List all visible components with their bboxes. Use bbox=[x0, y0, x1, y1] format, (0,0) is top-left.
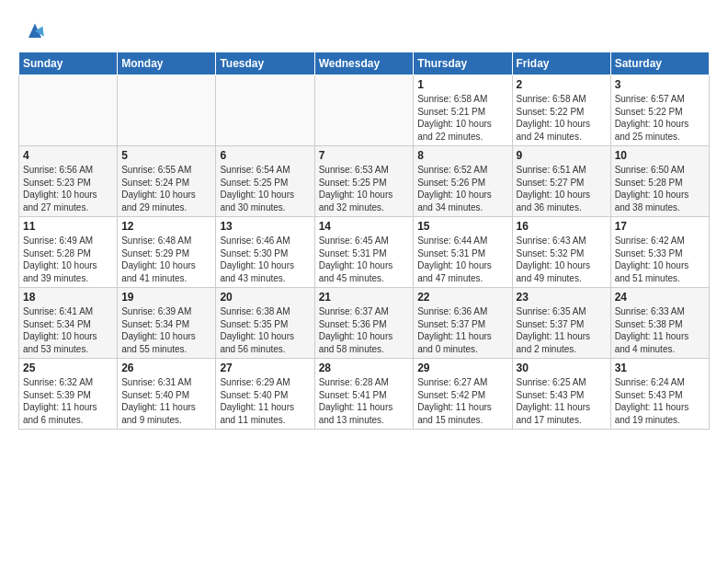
day-cell: 12Sunrise: 6:48 AM Sunset: 5:29 PM Dayli… bbox=[118, 217, 216, 288]
day-cell bbox=[19, 75, 118, 146]
day-cell: 23Sunrise: 6:35 AM Sunset: 5:37 PM Dayli… bbox=[512, 288, 610, 359]
day-number: 10 bbox=[615, 149, 705, 162]
day-cell: 16Sunrise: 6:43 AM Sunset: 5:32 PM Dayli… bbox=[512, 217, 610, 288]
header-wednesday: Wednesday bbox=[314, 52, 414, 75]
logo-icon bbox=[22, 18, 48, 44]
day-cell: 7Sunrise: 6:53 AM Sunset: 5:25 PM Daylig… bbox=[314, 146, 414, 217]
day-info: Sunrise: 6:37 AM Sunset: 5:36 PM Dayligh… bbox=[319, 305, 410, 355]
day-info: Sunrise: 6:41 AM Sunset: 5:34 PM Dayligh… bbox=[23, 305, 113, 355]
day-cell: 15Sunrise: 6:44 AM Sunset: 5:31 PM Dayli… bbox=[414, 217, 512, 288]
day-number: 1 bbox=[417, 78, 507, 91]
day-number: 4 bbox=[23, 149, 113, 162]
day-info: Sunrise: 6:50 AM Sunset: 5:28 PM Dayligh… bbox=[615, 164, 705, 213]
day-cell: 17Sunrise: 6:42 AM Sunset: 5:33 PM Dayli… bbox=[610, 217, 709, 288]
day-info: Sunrise: 6:44 AM Sunset: 5:31 PM Dayligh… bbox=[417, 235, 507, 284]
day-number: 26 bbox=[121, 362, 211, 374]
day-info: Sunrise: 6:43 AM Sunset: 5:32 PM Dayligh… bbox=[517, 235, 607, 284]
day-info: Sunrise: 6:38 AM Sunset: 5:35 PM Dayligh… bbox=[220, 305, 310, 355]
day-info: Sunrise: 6:58 AM Sunset: 5:22 PM Dayligh… bbox=[517, 93, 607, 143]
day-cell: 24Sunrise: 6:33 AM Sunset: 5:38 PM Dayli… bbox=[610, 288, 709, 359]
day-info: Sunrise: 6:29 AM Sunset: 5:40 PM Dayligh… bbox=[220, 376, 310, 426]
day-info: Sunrise: 6:31 AM Sunset: 5:40 PM Dayligh… bbox=[121, 376, 211, 426]
day-cell: 9Sunrise: 6:51 AM Sunset: 5:27 PM Daylig… bbox=[512, 146, 610, 217]
day-number: 12 bbox=[121, 220, 211, 233]
day-number: 9 bbox=[517, 149, 607, 162]
week-row-1: 1Sunrise: 6:58 AM Sunset: 5:21 PM Daylig… bbox=[19, 75, 710, 146]
day-info: Sunrise: 6:57 AM Sunset: 5:22 PM Dayligh… bbox=[615, 93, 705, 143]
day-number: 21 bbox=[319, 291, 410, 304]
day-info: Sunrise: 6:28 AM Sunset: 5:41 PM Dayligh… bbox=[319, 376, 410, 426]
header-monday: Monday bbox=[118, 52, 216, 75]
day-cell: 1Sunrise: 6:58 AM Sunset: 5:21 PM Daylig… bbox=[414, 75, 512, 146]
day-cell: 25Sunrise: 6:32 AM Sunset: 5:39 PM Dayli… bbox=[19, 359, 118, 430]
day-number: 5 bbox=[121, 149, 211, 162]
day-number: 3 bbox=[615, 78, 705, 91]
day-number: 23 bbox=[517, 291, 607, 304]
day-cell: 26Sunrise: 6:31 AM Sunset: 5:40 PM Dayli… bbox=[118, 359, 216, 430]
day-info: Sunrise: 6:55 AM Sunset: 5:24 PM Dayligh… bbox=[121, 164, 211, 213]
day-cell: 27Sunrise: 6:29 AM Sunset: 5:40 PM Dayli… bbox=[216, 359, 314, 430]
day-info: Sunrise: 6:45 AM Sunset: 5:31 PM Dayligh… bbox=[319, 235, 410, 284]
day-cell: 30Sunrise: 6:25 AM Sunset: 5:43 PM Dayli… bbox=[512, 359, 610, 430]
day-info: Sunrise: 6:52 AM Sunset: 5:26 PM Dayligh… bbox=[417, 164, 507, 213]
day-cell: 6Sunrise: 6:54 AM Sunset: 5:25 PM Daylig… bbox=[216, 146, 314, 217]
day-cell bbox=[118, 75, 216, 146]
header bbox=[18, 15, 710, 44]
day-info: Sunrise: 6:48 AM Sunset: 5:29 PM Dayligh… bbox=[121, 235, 211, 284]
week-row-3: 11Sunrise: 6:49 AM Sunset: 5:28 PM Dayli… bbox=[19, 217, 710, 288]
header-thursday: Thursday bbox=[414, 52, 512, 75]
day-cell: 19Sunrise: 6:39 AM Sunset: 5:34 PM Dayli… bbox=[118, 288, 216, 359]
calendar-header-row: SundayMondayTuesdayWednesdayThursdayFrid… bbox=[19, 52, 710, 75]
day-number: 11 bbox=[23, 220, 113, 233]
day-cell: 4Sunrise: 6:56 AM Sunset: 5:23 PM Daylig… bbox=[19, 146, 118, 217]
day-cell: 5Sunrise: 6:55 AM Sunset: 5:24 PM Daylig… bbox=[118, 146, 216, 217]
day-info: Sunrise: 6:27 AM Sunset: 5:42 PM Dayligh… bbox=[417, 376, 507, 426]
day-info: Sunrise: 6:36 AM Sunset: 5:37 PM Dayligh… bbox=[417, 305, 507, 355]
day-info: Sunrise: 6:39 AM Sunset: 5:34 PM Dayligh… bbox=[121, 305, 211, 355]
day-cell: 14Sunrise: 6:45 AM Sunset: 5:31 PM Dayli… bbox=[314, 217, 414, 288]
day-cell: 29Sunrise: 6:27 AM Sunset: 5:42 PM Dayli… bbox=[414, 359, 512, 430]
day-cell: 11Sunrise: 6:49 AM Sunset: 5:28 PM Dayli… bbox=[19, 217, 118, 288]
day-info: Sunrise: 6:46 AM Sunset: 5:30 PM Dayligh… bbox=[220, 235, 310, 284]
week-row-5: 25Sunrise: 6:32 AM Sunset: 5:39 PM Dayli… bbox=[19, 359, 710, 430]
day-number: 24 bbox=[615, 291, 705, 304]
day-number: 18 bbox=[23, 291, 113, 304]
day-cell bbox=[216, 75, 314, 146]
day-cell: 2Sunrise: 6:58 AM Sunset: 5:22 PM Daylig… bbox=[512, 75, 610, 146]
day-info: Sunrise: 6:35 AM Sunset: 5:37 PM Dayligh… bbox=[517, 305, 607, 355]
day-info: Sunrise: 6:42 AM Sunset: 5:33 PM Dayligh… bbox=[615, 235, 705, 284]
day-info: Sunrise: 6:32 AM Sunset: 5:39 PM Dayligh… bbox=[23, 376, 113, 426]
day-number: 19 bbox=[121, 291, 211, 304]
day-info: Sunrise: 6:51 AM Sunset: 5:27 PM Dayligh… bbox=[517, 164, 607, 213]
day-info: Sunrise: 6:54 AM Sunset: 5:25 PM Dayligh… bbox=[220, 164, 310, 213]
day-cell: 13Sunrise: 6:46 AM Sunset: 5:30 PM Dayli… bbox=[216, 217, 314, 288]
day-cell: 3Sunrise: 6:57 AM Sunset: 5:22 PM Daylig… bbox=[610, 75, 709, 146]
day-info: Sunrise: 6:25 AM Sunset: 5:43 PM Dayligh… bbox=[517, 376, 607, 426]
day-number: 7 bbox=[319, 149, 410, 162]
day-number: 13 bbox=[220, 220, 310, 233]
day-number: 20 bbox=[220, 291, 310, 304]
day-cell: 20Sunrise: 6:38 AM Sunset: 5:35 PM Dayli… bbox=[216, 288, 314, 359]
day-cell: 28Sunrise: 6:28 AM Sunset: 5:41 PM Dayli… bbox=[314, 359, 414, 430]
day-number: 25 bbox=[23, 362, 113, 374]
day-cell: 22Sunrise: 6:36 AM Sunset: 5:37 PM Dayli… bbox=[414, 288, 512, 359]
day-number: 2 bbox=[517, 78, 607, 91]
week-row-4: 18Sunrise: 6:41 AM Sunset: 5:34 PM Dayli… bbox=[19, 288, 710, 359]
day-info: Sunrise: 6:33 AM Sunset: 5:38 PM Dayligh… bbox=[615, 305, 705, 355]
day-info: Sunrise: 6:53 AM Sunset: 5:25 PM Dayligh… bbox=[319, 164, 410, 213]
week-row-2: 4Sunrise: 6:56 AM Sunset: 5:23 PM Daylig… bbox=[19, 146, 710, 217]
header-friday: Friday bbox=[512, 52, 610, 75]
day-info: Sunrise: 6:56 AM Sunset: 5:23 PM Dayligh… bbox=[23, 164, 113, 213]
day-number: 28 bbox=[319, 362, 410, 374]
calendar: SundayMondayTuesdayWednesdayThursdayFrid… bbox=[18, 52, 710, 430]
day-number: 30 bbox=[517, 362, 607, 374]
header-sunday: Sunday bbox=[19, 52, 118, 75]
day-cell: 21Sunrise: 6:37 AM Sunset: 5:36 PM Dayli… bbox=[314, 288, 414, 359]
day-cell: 8Sunrise: 6:52 AM Sunset: 5:26 PM Daylig… bbox=[414, 146, 512, 217]
day-cell: 31Sunrise: 6:24 AM Sunset: 5:43 PM Dayli… bbox=[610, 359, 709, 430]
day-number: 6 bbox=[220, 149, 310, 162]
day-number: 8 bbox=[417, 149, 507, 162]
day-info: Sunrise: 6:24 AM Sunset: 5:43 PM Dayligh… bbox=[615, 376, 705, 426]
day-number: 22 bbox=[417, 291, 507, 304]
day-number: 27 bbox=[220, 362, 310, 374]
